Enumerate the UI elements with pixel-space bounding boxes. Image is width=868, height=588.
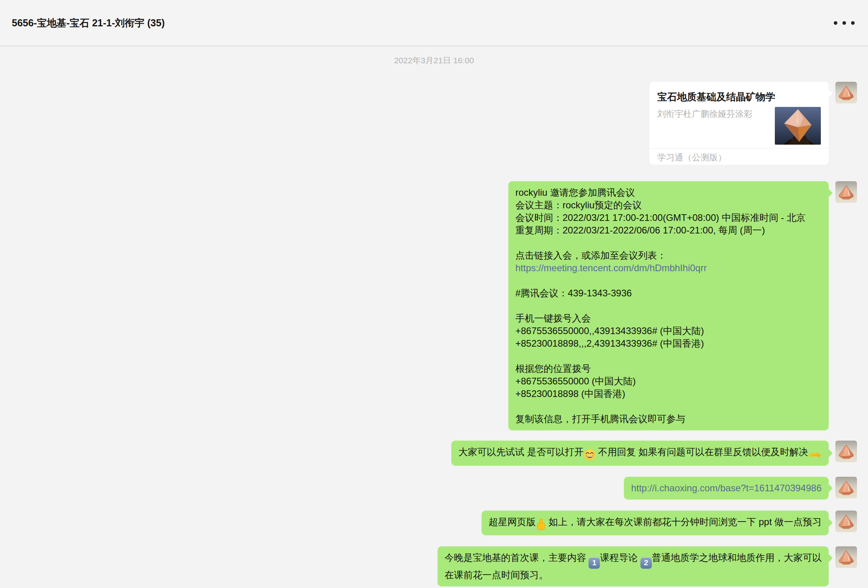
message-text: +85230018898 (中国香港) <box>515 388 625 399</box>
message-line: 根据您的位置拨号 <box>515 362 822 375</box>
message-text: +8675536550000 (中国大陆) <box>515 376 636 386</box>
message-text: 手机一键拨号入会 <box>515 313 591 323</box>
avatar[interactable] <box>835 477 857 498</box>
message-text: 重复周期：2022/03/21-2022/06/06 17:00-21:00, … <box>515 225 765 235</box>
card-source: 学习通（公测版） <box>649 148 829 165</box>
message-line: 手机一键拨号入会 <box>515 312 822 325</box>
card-subtitle: 刘衔宇杜广鹏徐娅芬涂彩 <box>657 108 756 119</box>
message-text: 在课前花一点时间预习。 <box>445 570 548 580</box>
message-text: 会议时间：2022/03/21 17:00-21:00(GMT+08:00) 中… <box>515 212 805 223</box>
message-line: https://meeting.tencent.com/dm/hDmbhIhi0… <box>515 262 822 274</box>
chat-title: 5656-宝地基-宝石 21-1-刘衔宇 (35) <box>12 17 165 29</box>
message-line <box>515 237 822 249</box>
message-line: #腾讯会议：439-1343-3936 <box>515 287 822 300</box>
message-row: 大家可以先试试 是否可以打开 不用回复 如果有问题可以在群里反馈以便及时解决 <box>0 441 857 466</box>
message-line: 大家可以先试试 是否可以打开 不用回复 如果有问题可以在群里反馈以便及时解决 <box>458 446 822 461</box>
avatar[interactable] <box>835 441 857 462</box>
message-area[interactable]: 2022年3月21日 16:00 宝石地质基础及结晶矿物学刘衔宇杜广鹏徐娅芬涂彩… <box>0 46 868 586</box>
chat-bubble[interactable]: http://i.chaoxing.com/base?t=16114703949… <box>624 477 829 500</box>
message-row: http://i.chaoxing.com/base?t=16114703949… <box>0 477 857 500</box>
message-text: 会议主题：rockyliu预定的会议 <box>515 200 642 210</box>
chat-bubble[interactable]: 超星网页版 如上，请大家在每次课前都花十分钟时间浏览一下 ppt 做一点预习 <box>482 511 829 536</box>
avatar[interactable] <box>835 82 857 103</box>
link-card-message[interactable]: 宝石地质基础及结晶矿物学刘衔宇杜广鹏徐娅芬涂彩学习通（公测版） <box>649 82 829 165</box>
message-line: 重复周期：2022/03/21-2022/06/06 17:00-21:00, … <box>515 224 822 237</box>
message-row: 宝石地质基础及结晶矿物学刘衔宇杜广鹏徐娅芬涂彩学习通（公测版） <box>0 82 857 165</box>
ellipsis-dot-icon <box>842 21 846 25</box>
message-line: 会议主题：rockyliu预定的会议 <box>515 199 822 211</box>
message-text: 如上，请大家在每次课前都花十分钟时间浏览一下 ppt 做一点预习 <box>546 516 822 527</box>
chat-window: 5656-宝地基-宝石 21-1-刘衔宇 (35) 2022年3月21日 16:… <box>0 0 868 586</box>
avatar[interactable] <box>835 546 857 568</box>
bubble-tail-icon <box>824 449 833 458</box>
message-line <box>515 300 822 312</box>
message-text: 超星网页版 <box>489 516 536 527</box>
message-text: 普通地质学之地球和地质作用，大家可以 <box>652 552 822 563</box>
message-line: +85230018898 (中国香港) <box>515 388 822 400</box>
crystal-photo <box>775 107 821 145</box>
bubble-tail-icon <box>824 483 833 492</box>
bubble-tail-icon <box>824 189 833 198</box>
message-row: rockyliu 邀请您参加腾讯会议会议主题：rockyliu预定的会议会议时间… <box>0 181 857 430</box>
message-line: 会议时间：2022/03/21 17:00-21:00(GMT+08:00) 中… <box>515 211 822 224</box>
card-body: 宝石地质基础及结晶矿物学刘衔宇杜广鹏徐娅芬涂彩 <box>649 82 829 148</box>
message-line: 在课前花一点时间预习。 <box>445 569 822 581</box>
ellipsis-dot-icon <box>851 21 855 25</box>
message-line: +8675536550000 (中国大陆) <box>515 375 822 388</box>
message-text: rockyliu 邀请您参加腾讯会议 <box>515 187 635 198</box>
avatar[interactable] <box>835 181 857 203</box>
grinning-emoji <box>584 449 596 461</box>
chat-bubble[interactable]: 大家可以先试试 是否可以打开 不用回复 如果有问题可以在群里反馈以便及时解决 <box>451 441 829 466</box>
card-title: 宝石地质基础及结晶矿物学 <box>657 90 821 103</box>
message-text: 今晚是宝地基的首次课，主要内容 <box>445 552 589 563</box>
bubble-tail-icon <box>824 518 833 527</box>
message-line: 复制该信息，打开手机腾讯会议即可参与 <box>515 413 822 425</box>
chat-header: 5656-宝地基-宝石 21-1-刘衔宇 (35) <box>0 0 868 46</box>
message-text: 大家可以先试试 是否可以打开 <box>458 447 584 457</box>
keycap-2-emoji: 2 <box>640 557 652 569</box>
message-text: 点击链接入会，或添加至会议列表： <box>515 250 666 261</box>
message-link[interactable]: http://i.chaoxing.com/base?t=16114703949… <box>631 483 822 493</box>
message-line: 点击链接入会，或添加至会议列表： <box>515 249 822 262</box>
keycap-digit: 1 <box>588 557 600 569</box>
message-line <box>515 400 822 413</box>
message-text: +85230018898,,,2,43913433936# (中国香港) <box>515 338 704 349</box>
more-menu-button[interactable] <box>832 17 856 29</box>
chat-bubble[interactable]: rockyliu 邀请您参加腾讯会议会议主题：rockyliu预定的会议会议时间… <box>508 181 829 430</box>
message-text: 复制该信息，打开手机腾讯会议即可参与 <box>515 413 685 424</box>
message-line: +85230018898,,,2,43913433936# (中国香港) <box>515 337 822 350</box>
message-text: 根据您的位置拨号 <box>515 363 591 374</box>
message-row: 超星网页版 如上，请大家在每次课前都花十分钟时间浏览一下 ppt 做一点预习 <box>0 511 857 536</box>
message-line <box>515 274 822 287</box>
message-text: +8675536550000,,43913433936# (中国大陆) <box>515 325 704 336</box>
message-text: #腾讯会议：439-1343-3936 <box>515 288 632 298</box>
message-text: 课程导论 <box>600 552 640 563</box>
chat-bubble[interactable]: 今晚是宝地基的首次课，主要内容 1课程导论 2普通地质学之地球和地质作用，大家可… <box>438 546 829 586</box>
bubble-tail-icon <box>824 554 833 563</box>
message-line: 今晚是宝地基的首次课，主要内容 1课程导论 2普通地质学之地球和地质作用，大家可… <box>445 551 822 569</box>
message-link[interactable]: https://meeting.tencent.com/dm/hDmbhIhi0… <box>515 263 707 273</box>
message-line: rockyliu 邀请您参加腾讯会议 <box>515 186 822 199</box>
ellipsis-dot-icon <box>834 21 837 25</box>
keycap-digit: 2 <box>640 557 652 569</box>
message-line: http://i.chaoxing.com/base?t=16114703949… <box>631 482 822 494</box>
message-line: +8675536550000,,43913433936# (中国大陆) <box>515 325 822 337</box>
avatar[interactable] <box>835 511 857 532</box>
handshake-emoji <box>808 450 822 460</box>
keycap-1-emoji: 1 <box>588 557 600 569</box>
point-up-emoji <box>536 518 546 530</box>
message-list: 宝石地质基础及结晶矿物学刘衔宇杜广鹏徐娅芬涂彩学习通（公测版）rockyliu … <box>0 82 868 586</box>
message-row: 今晚是宝地基的首次课，主要内容 1课程导论 2普通地质学之地球和地质作用，大家可… <box>0 546 857 586</box>
message-text: 不用回复 如果有问题可以在群里反馈以便及时解决 <box>596 447 808 457</box>
date-separator: 2022年3月21日 16:00 <box>0 56 868 65</box>
message-line: 超星网页版 如上，请大家在每次课前都花十分钟时间浏览一下 ppt 做一点预习 <box>489 516 822 531</box>
message-line <box>515 350 822 362</box>
